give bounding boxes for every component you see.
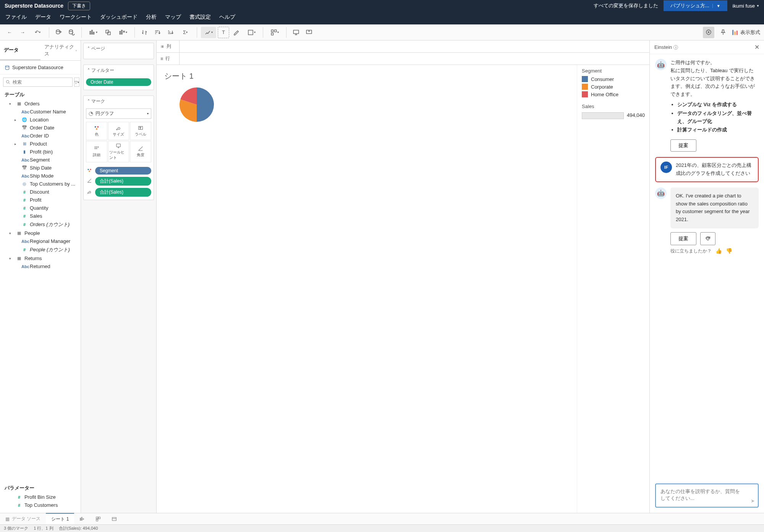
table-row[interactable]: ▾People [2, 229, 79, 237]
field-row[interactable]: AbcCustomer Name [2, 108, 79, 116]
field-row[interactable]: Sales [2, 212, 79, 220]
field-row[interactable]: ▸Location [2, 116, 79, 124]
show-me-button[interactable]: 表示形式 [732, 29, 760, 36]
refresh-button[interactable] [700, 232, 715, 245]
field-row[interactable]: Ship Date [2, 164, 79, 172]
menu-map[interactable]: マップ [165, 14, 181, 21]
legend-item[interactable]: Corporate [582, 83, 645, 91]
mark-assign-icon[interactable] [86, 168, 93, 174]
mark-color-button[interactable]: 色 [86, 122, 107, 140]
mark-size-button[interactable]: サイズ [108, 122, 129, 140]
tab-data[interactable]: データ [0, 40, 40, 60]
filters-shelf-header[interactable]: ˄ フィルター [84, 65, 154, 76]
info-icon[interactable]: i [673, 45, 678, 50]
pie-chart[interactable] [180, 87, 214, 122]
labels-icon[interactable]: T [218, 27, 229, 38]
tab-datasource[interactable]: ▦ データ ソース [0, 513, 46, 524]
field-row[interactable]: AbcReturned [2, 262, 79, 270]
presentation-icon[interactable] [290, 27, 302, 38]
forward-button[interactable]: → [17, 27, 28, 38]
menu-dashboard[interactable]: ダッシュボード [100, 14, 138, 21]
menu-data[interactable]: データ [35, 14, 51, 21]
legend-item[interactable]: Consumer [582, 75, 645, 83]
mark-pill[interactable]: 合計(Sales) [95, 177, 151, 186]
field-row[interactable]: Profit [2, 196, 79, 204]
filter-icon[interactable]: ▽▾ [74, 78, 79, 87]
field-row[interactable]: Top Customers by ... [2, 180, 79, 188]
mark-pill[interactable]: Segment [95, 167, 151, 175]
field-row[interactable]: People (カウント) [2, 245, 79, 254]
new-datasource-icon[interactable] [53, 27, 65, 38]
mark-angle-button[interactable]: 角度 [130, 141, 151, 162]
field-row[interactable]: ▸Product [2, 140, 79, 148]
sort-asc-icon[interactable] [152, 27, 163, 38]
fit-icon[interactable]: ▾ [244, 27, 259, 38]
menu-file[interactable]: ファイル [5, 14, 27, 21]
columns-shelf[interactable] [180, 40, 649, 52]
send-icon[interactable]: ➤ [751, 498, 755, 504]
data-guide-icon[interactable] [703, 27, 714, 38]
search-input[interactable] [3, 78, 73, 87]
mark-assign-icon[interactable] [86, 189, 93, 196]
field-row[interactable]: Discount [2, 188, 79, 196]
mark-tooltip-button[interactable]: ツールヒント [108, 141, 129, 162]
pin-icon[interactable] [717, 27, 729, 38]
table-row[interactable]: ▾Orders [2, 100, 79, 108]
close-icon[interactable]: ✕ [754, 44, 759, 51]
tab-analytics[interactable]: アナリティクス ‹ [40, 40, 81, 60]
draft-button[interactable]: 下書き [68, 2, 90, 10]
sheet-title[interactable]: シート 1 [164, 71, 569, 81]
tab-sheet-1[interactable]: シート 1 [46, 513, 74, 525]
highlight-icon[interactable]: ▾ [201, 27, 216, 38]
einstein-input[interactable] [660, 488, 743, 502]
field-row[interactable]: AbcShip Mode [2, 172, 79, 180]
filter-pill-order-date[interactable]: Order Date [86, 78, 151, 86]
duplicate-icon[interactable] [102, 27, 114, 38]
menu-worksheet[interactable]: ワークシート [60, 14, 92, 21]
share-icon[interactable] [303, 27, 315, 38]
new-worksheet-icon[interactable]: ▾ [86, 27, 101, 38]
menu-help[interactable]: ヘルプ [219, 14, 235, 21]
datasource-item[interactable]: Superstore Datasource [0, 61, 81, 74]
field-row[interactable]: Quantity [2, 204, 79, 212]
parameter-row[interactable]: Top Customers [2, 501, 79, 509]
pages-shelf-header[interactable]: ˄ ページ [84, 43, 154, 54]
marks-shelf-header[interactable]: ˄ マーク [84, 96, 154, 107]
user-menu[interactable]: ikumi fuse ▼ [733, 3, 759, 9]
refresh-datasource-icon[interactable] [66, 27, 78, 38]
suggest-button[interactable]: 提案 [670, 139, 696, 152]
field-row[interactable]: Profit (bin) [2, 148, 79, 156]
cards-icon[interactable]: ▾ [267, 27, 282, 38]
new-dashboard-icon[interactable] [90, 514, 106, 524]
back-button[interactable]: ← [4, 27, 15, 38]
mark-assign-icon[interactable] [86, 178, 93, 184]
thumbs-up-icon[interactable]: 👍 [715, 247, 722, 255]
swap-icon[interactable] [139, 27, 150, 38]
mark-type-select[interactable]: 円グラフ ▾ [86, 108, 151, 119]
totals-icon[interactable]: Σ▾ [178, 27, 193, 38]
format-icon[interactable] [231, 27, 242, 38]
rows-shelf[interactable] [180, 53, 649, 65]
legend-item[interactable]: Home Office [582, 91, 645, 98]
field-row[interactable]: AbcRegional Manager [2, 237, 79, 245]
field-row[interactable]: Orders (カウント) [2, 220, 79, 229]
menu-analysis[interactable]: 分析 [146, 14, 157, 21]
mark-detail-button[interactable]: 詳細 [86, 141, 107, 162]
new-story-icon[interactable] [106, 514, 122, 524]
parameter-row[interactable]: Profit Bin Size [2, 493, 79, 501]
field-row[interactable]: Order Date [2, 124, 79, 132]
table-row[interactable]: ▾Returns [2, 254, 79, 262]
suggest-button[interactable]: 提案 [670, 232, 696, 245]
field-row[interactable]: AbcOrder ID [2, 132, 79, 140]
new-worksheet-icon[interactable] [74, 514, 90, 524]
undo-dropdown[interactable]: ↶ ▾ [30, 27, 45, 38]
mark-label-button[interactable]: Tラベル [130, 122, 151, 140]
pie-slice[interactable] [197, 87, 214, 122]
sort-desc-icon[interactable] [165, 27, 176, 38]
menu-format[interactable]: 書式設定 [189, 14, 211, 21]
thumbs-down-icon[interactable]: 👎 [726, 247, 732, 255]
field-row[interactable]: AbcSegment [2, 156, 79, 164]
publish-button[interactable]: パブリッシュ方... ▼ [664, 0, 727, 11]
mark-pill[interactable]: 合計(Sales) [95, 188, 151, 197]
clear-icon[interactable]: ▾ [115, 27, 131, 38]
